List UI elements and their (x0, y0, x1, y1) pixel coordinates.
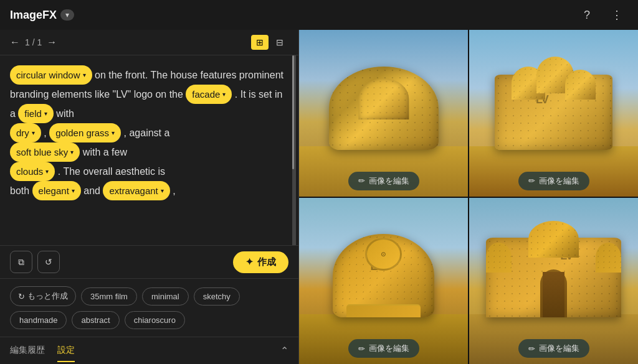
prompt-text-6: with a few (83, 147, 127, 157)
token-label: dry (16, 124, 29, 141)
prompt-text-10: , (173, 185, 175, 196)
help-icon: ? (584, 9, 590, 22)
image-cell-3: LV ⊙ ✏ 画像を編集 (299, 198, 468, 365)
style-chip-handmade[interactable]: handmade (10, 311, 67, 329)
refresh-icon: ↻ (18, 292, 25, 301)
token-facade[interactable]: facade ▾ (186, 85, 232, 104)
next-page-button[interactable]: → (47, 37, 57, 48)
style-chip-minimal[interactable]: minimal (142, 287, 189, 306)
style-chip-label: sketchy (203, 292, 231, 301)
pencil-icon: ✏ (528, 176, 535, 185)
style-chip-chiaroscuro[interactable]: chiaroscuro (125, 311, 185, 329)
edit-button-4[interactable]: ✏ 画像を編集 (518, 339, 589, 358)
app-dropdown-badge[interactable]: ▾ (60, 9, 74, 21)
pencil-icon: ✏ (358, 176, 365, 185)
style-chip-sketchy[interactable]: sketchy (194, 287, 240, 306)
style-chips: ↻ もっと作成 35mm film minimal sketchy handma… (0, 278, 298, 337)
app-name: ImageFX (10, 9, 57, 22)
action-icons: ⧉ ↺ (10, 251, 60, 273)
token-label: clouds (16, 163, 43, 180)
token-label: elegant (39, 182, 69, 199)
token-label: golden grass (55, 124, 109, 141)
reset-icon: ↺ (45, 257, 52, 267)
help-button[interactable]: ? (576, 4, 598, 26)
token-soft-blue-sky[interactable]: soft blue sky ▾ (10, 142, 80, 162)
token-extravagant[interactable]: extravagant ▾ (103, 181, 169, 200)
edit-label: 画像を編集 (539, 343, 579, 354)
image-cell-4: LV ✏ 画像を編集 (469, 198, 638, 365)
reset-button[interactable]: ↺ (37, 251, 60, 273)
grid-view-button[interactable]: ⊞ (251, 35, 269, 50)
list-view-button[interactable]: ⊟ (271, 35, 288, 50)
token-label: soft blue sky (16, 144, 68, 161)
chevron-down-icon: ▾ (72, 185, 75, 197)
chevron-down-icon: ▾ (161, 185, 164, 197)
dome-quilt-4 (528, 221, 579, 258)
tab-edit-history[interactable]: 編集履歴 (10, 340, 45, 362)
app-header: ImageFX ▾ ? ⋮ (0, 0, 638, 30)
dome-quilt-1 (358, 78, 409, 120)
tower-quilt (486, 243, 512, 273)
style-chip-abstract[interactable]: abstract (72, 311, 119, 329)
more-icon: ⋮ (611, 8, 622, 22)
token-label: circular window (16, 67, 80, 83)
door-4 (540, 269, 567, 317)
style-chip-label: handmade (19, 315, 57, 325)
scrollbar-thumb (292, 55, 294, 169)
tab-label: 設定 (57, 345, 75, 355)
image-grid: LV ✏ 画像を編集 LV (299, 30, 638, 364)
header-left: ImageFX ▾ (10, 9, 74, 22)
tower-quilt (596, 243, 621, 273)
generate-label: 作成 (257, 256, 276, 268)
dome-1 (358, 78, 409, 120)
scrollbar (292, 55, 294, 245)
prompt-text-5: , against a (124, 128, 170, 138)
prompt-actions: ⧉ ↺ ✦ 作成 (0, 245, 298, 278)
edit-button-2[interactable]: ✏ 画像を編集 (518, 172, 589, 190)
token-dry[interactable]: dry ▾ (10, 123, 41, 142)
token-label: extravagant (109, 182, 158, 199)
main-content: ← 1 / 1 → ⊞ ⊟ circular window ▾ on the f… (0, 30, 638, 364)
page-indicator: 1 / 1 (25, 37, 42, 47)
list-view-icon: ⊟ (276, 37, 283, 47)
generate-button[interactable]: ✦ 作成 (233, 251, 288, 273)
copy-button[interactable]: ⧉ (10, 251, 32, 273)
tab-group: 編集履歴 設定 (10, 340, 75, 362)
chevron-down-icon: ▾ (70, 147, 74, 158)
tab-settings[interactable]: 設定 (57, 340, 75, 362)
edit-button-3[interactable]: ✏ 画像を編集 (348, 339, 419, 358)
more-button[interactable]: ⋮ (606, 4, 628, 26)
edit-label: 画像を編集 (369, 343, 409, 354)
prompt-text-9: and (83, 185, 103, 196)
token-elegant[interactable]: elegant ▾ (32, 181, 81, 200)
token-clouds[interactable]: clouds ▾ (10, 162, 55, 181)
nav-arrows: ← 1 / 1 → (10, 37, 57, 48)
token-field[interactable]: field ▾ (18, 104, 54, 123)
left-panel: ← 1 / 1 → ⊞ ⊟ circular window ▾ on the f… (0, 30, 299, 364)
style-chip-label: minimal (151, 292, 179, 301)
expand-button[interactable]: ⌃ (280, 345, 288, 357)
clock-3: ⊙ (365, 238, 402, 271)
balcony-3 (346, 304, 421, 317)
chevron-down-icon: ▾ (83, 70, 86, 81)
edit-label: 画像を編集 (369, 175, 409, 187)
more-create-label: もっと作成 (27, 291, 68, 302)
chevron-down-icon: ▾ (112, 128, 115, 139)
edit-label: 画像を編集 (539, 175, 579, 187)
token-circular-window[interactable]: circular window ▾ (10, 65, 92, 85)
prompt-editor[interactable]: circular window ▾ on the front. The hous… (0, 55, 296, 245)
pencil-icon: ✏ (528, 344, 535, 353)
door-inner (543, 272, 564, 317)
chevron-down-icon: ▾ (44, 108, 47, 119)
pencil-icon: ✏ (358, 344, 365, 353)
chevron-down-icon: ▾ (32, 128, 35, 139)
prev-page-button[interactable]: ← (10, 37, 20, 48)
style-chip-label: abstract (81, 315, 110, 325)
edit-button-1[interactable]: ✏ 画像を編集 (348, 172, 419, 190)
grid-view-icon: ⊞ (256, 37, 264, 47)
more-create-button[interactable]: ↻ もっと作成 (10, 286, 76, 306)
style-chip-35mm[interactable]: 35mm film (81, 287, 137, 306)
token-label: field (24, 105, 42, 122)
dome-4 (528, 221, 579, 258)
token-golden-grass[interactable]: golden grass ▾ (49, 123, 121, 142)
